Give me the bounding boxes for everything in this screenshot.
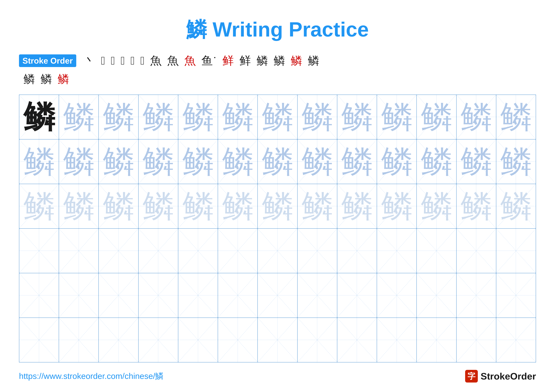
grid-cell[interactable]: 鳞 bbox=[139, 139, 178, 184]
grid-cell[interactable] bbox=[59, 318, 99, 362]
grid-cell[interactable]: 鳞 bbox=[178, 95, 218, 139]
grid-cell[interactable] bbox=[298, 318, 337, 362]
grid-cell[interactable]: 鳞 bbox=[139, 95, 178, 139]
grid-cell[interactable]: 鳞 bbox=[377, 139, 417, 184]
grid-cell[interactable]: 鳞 bbox=[298, 95, 337, 139]
stroke-char: 鲜 bbox=[239, 53, 251, 68]
grid-cell[interactable] bbox=[496, 318, 536, 362]
grid-cell[interactable] bbox=[178, 318, 218, 362]
grid-cell[interactable] bbox=[19, 318, 59, 362]
stroke-char: 𠃍 bbox=[121, 54, 125, 67]
grid-cell[interactable]: 鳞 bbox=[59, 95, 99, 139]
grid-cell[interactable] bbox=[178, 273, 218, 318]
grid-cell[interactable] bbox=[457, 318, 496, 362]
grid-cell[interactable] bbox=[178, 229, 218, 273]
svg-line-126 bbox=[457, 273, 496, 318]
grid-cell[interactable] bbox=[337, 318, 377, 362]
grid-cell[interactable] bbox=[218, 229, 258, 273]
svg-line-108 bbox=[99, 273, 138, 318]
grid-cell[interactable]: 鳞 bbox=[496, 139, 536, 184]
svg-line-110 bbox=[139, 273, 178, 318]
grid-cell[interactable]: 鳞 bbox=[178, 139, 218, 184]
grid-cell[interactable]: 鳞 bbox=[496, 95, 536, 139]
grid-cell[interactable] bbox=[377, 229, 417, 273]
grid-cell[interactable]: 鳞 bbox=[59, 139, 99, 184]
grid-cell[interactable] bbox=[377, 273, 417, 318]
footer-url[interactable]: https://www.strokeorder.com/chinese/鱗 bbox=[19, 371, 163, 382]
grid-cell[interactable]: 鳞 bbox=[337, 95, 377, 139]
grid-cell[interactable] bbox=[59, 273, 99, 318]
stroke-char: 鱼˙ bbox=[201, 53, 217, 68]
grid-cell[interactable]: 鳞 bbox=[417, 139, 456, 184]
svg-line-143 bbox=[258, 318, 297, 362]
grid-cell[interactable] bbox=[417, 273, 456, 318]
grid-cell[interactable]: 鳞 bbox=[178, 184, 218, 228]
stroke-order-row1: Stroke Order 丶 𠃋 𠃌 𠃍 𠄌 𤋳 魚 魚 魚 鱼˙ 鲜 鲜 鳞 … bbox=[19, 53, 536, 68]
grid-cell[interactable] bbox=[457, 229, 496, 273]
svg-line-145 bbox=[298, 318, 337, 362]
grid-cell[interactable]: 鳞 bbox=[496, 184, 536, 228]
grid-cell[interactable]: 鳞 bbox=[59, 184, 99, 228]
practice-grid: 鳞 鳞 鳞 鳞 鳞 鳞 鳞 bbox=[19, 95, 536, 363]
grid-cell[interactable]: 鳞 bbox=[417, 95, 456, 139]
grid-cell[interactable] bbox=[139, 229, 178, 273]
grid-cell[interactable]: 鳞 bbox=[19, 95, 59, 139]
grid-cell[interactable] bbox=[99, 229, 139, 273]
grid-cell[interactable]: 鳞 bbox=[218, 184, 258, 228]
grid-cell[interactable]: 鳞 bbox=[19, 184, 59, 228]
grid-cell[interactable] bbox=[99, 273, 139, 318]
grid-cell[interactable]: 鳞 bbox=[99, 139, 139, 184]
svg-line-90 bbox=[258, 229, 297, 273]
grid-cell[interactable] bbox=[496, 273, 536, 318]
grid-cell[interactable] bbox=[496, 229, 536, 273]
stroke-char: 鳞 bbox=[256, 53, 268, 68]
grid-cell[interactable] bbox=[99, 318, 139, 362]
grid-cell[interactable] bbox=[139, 318, 178, 362]
grid-cell[interactable]: 鳞 bbox=[377, 184, 417, 228]
svg-line-105 bbox=[19, 273, 59, 318]
grid-cell[interactable]: 鳞 bbox=[19, 139, 59, 184]
grid-cell[interactable] bbox=[377, 318, 417, 362]
grid-cell[interactable] bbox=[218, 318, 258, 362]
grid-cell[interactable]: 鳞 bbox=[457, 139, 496, 184]
svg-line-101 bbox=[457, 229, 496, 273]
grid-cell[interactable] bbox=[59, 229, 99, 273]
svg-line-153 bbox=[457, 318, 496, 362]
grid-cell[interactable]: 鳞 bbox=[218, 139, 258, 184]
grid-cell[interactable]: 鳞 bbox=[258, 95, 297, 139]
grid-cell[interactable] bbox=[457, 273, 496, 318]
svg-line-106 bbox=[59, 273, 98, 318]
grid-cell[interactable]: 鳞 bbox=[457, 184, 496, 228]
practice-char: 鳞 bbox=[222, 101, 254, 133]
grid-cell[interactable]: 鳞 bbox=[337, 184, 377, 228]
grid-cell[interactable] bbox=[258, 229, 297, 273]
practice-char: 鳞 bbox=[262, 101, 293, 133]
grid-cell[interactable] bbox=[258, 273, 297, 318]
grid-cell[interactable]: 鳞 bbox=[139, 184, 178, 228]
grid-cell[interactable] bbox=[417, 318, 456, 362]
grid-cell[interactable] bbox=[19, 229, 59, 273]
grid-cell[interactable] bbox=[337, 273, 377, 318]
grid-cell[interactable] bbox=[298, 273, 337, 318]
grid-cell[interactable] bbox=[218, 273, 258, 318]
grid-cell[interactable]: 鳞 bbox=[258, 139, 297, 184]
grid-cell[interactable]: 鳞 bbox=[298, 139, 337, 184]
grid-cell[interactable]: 鳞 bbox=[99, 95, 139, 139]
grid-cell[interactable] bbox=[258, 318, 297, 362]
practice-char: 鳞 bbox=[142, 101, 174, 133]
grid-cell[interactable]: 鳞 bbox=[99, 184, 139, 228]
grid-cell[interactable] bbox=[417, 229, 456, 273]
grid-cell[interactable] bbox=[337, 229, 377, 273]
grid-cell[interactable]: 鳞 bbox=[457, 95, 496, 139]
grid-cell[interactable]: 鳞 bbox=[417, 184, 456, 228]
grid-cell[interactable]: 鳞 bbox=[377, 95, 417, 139]
svg-line-93 bbox=[298, 229, 337, 273]
grid-cell[interactable]: 鳞 bbox=[298, 184, 337, 228]
grid-cell[interactable] bbox=[19, 273, 59, 318]
grid-cell[interactable] bbox=[139, 273, 178, 318]
svg-line-132 bbox=[59, 318, 98, 362]
grid-cell[interactable]: 鳞 bbox=[258, 184, 297, 228]
grid-cell[interactable] bbox=[298, 229, 337, 273]
grid-cell[interactable]: 鳞 bbox=[218, 95, 258, 139]
grid-cell[interactable]: 鳞 bbox=[337, 139, 377, 184]
